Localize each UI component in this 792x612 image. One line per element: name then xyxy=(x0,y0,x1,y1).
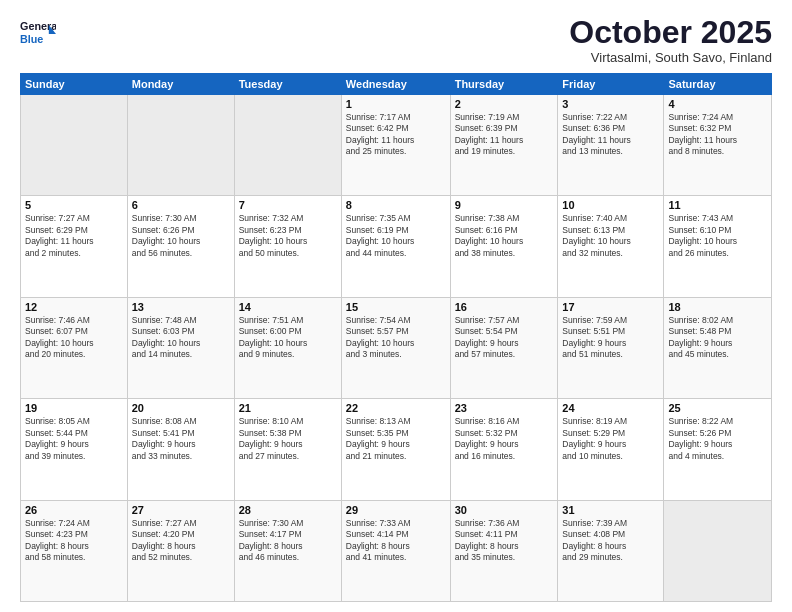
table-row: 12Sunrise: 7:46 AM Sunset: 6:07 PM Dayli… xyxy=(21,297,128,398)
cell-day-number: 22 xyxy=(346,402,446,414)
cell-info: Sunrise: 7:46 AM Sunset: 6:07 PM Dayligh… xyxy=(25,315,123,361)
cell-day-number: 19 xyxy=(25,402,123,414)
cell-info: Sunrise: 7:38 AM Sunset: 6:16 PM Dayligh… xyxy=(455,213,554,259)
cell-info: Sunrise: 7:57 AM Sunset: 5:54 PM Dayligh… xyxy=(455,315,554,361)
cell-day-number: 26 xyxy=(25,504,123,516)
table-row: 16Sunrise: 7:57 AM Sunset: 5:54 PM Dayli… xyxy=(450,297,558,398)
cell-info: Sunrise: 7:27 AM Sunset: 6:29 PM Dayligh… xyxy=(25,213,123,259)
cell-info: Sunrise: 7:35 AM Sunset: 6:19 PM Dayligh… xyxy=(346,213,446,259)
cell-info: Sunrise: 7:51 AM Sunset: 6:00 PM Dayligh… xyxy=(239,315,337,361)
cell-info: Sunrise: 8:08 AM Sunset: 5:41 PM Dayligh… xyxy=(132,416,230,462)
cell-info: Sunrise: 7:43 AM Sunset: 6:10 PM Dayligh… xyxy=(668,213,767,259)
table-row xyxy=(21,95,128,196)
table-row xyxy=(127,95,234,196)
cell-day-number: 4 xyxy=(668,98,767,110)
table-row: 14Sunrise: 7:51 AM Sunset: 6:00 PM Dayli… xyxy=(234,297,341,398)
cell-day-number: 27 xyxy=(132,504,230,516)
cell-day-number: 29 xyxy=(346,504,446,516)
calendar-week-4: 19Sunrise: 8:05 AM Sunset: 5:44 PM Dayli… xyxy=(21,399,772,500)
table-row: 1Sunrise: 7:17 AM Sunset: 6:42 PM Daylig… xyxy=(341,95,450,196)
logo-icon: GeneralBlue xyxy=(20,16,56,52)
col-saturday: Saturday xyxy=(664,74,772,95)
cell-day-number: 12 xyxy=(25,301,123,313)
table-row: 24Sunrise: 8:19 AM Sunset: 5:29 PM Dayli… xyxy=(558,399,664,500)
calendar-week-2: 5Sunrise: 7:27 AM Sunset: 6:29 PM Daylig… xyxy=(21,196,772,297)
cell-info: Sunrise: 8:05 AM Sunset: 5:44 PM Dayligh… xyxy=(25,416,123,462)
table-row: 29Sunrise: 7:33 AM Sunset: 4:14 PM Dayli… xyxy=(341,500,450,601)
cell-day-number: 9 xyxy=(455,199,554,211)
table-row: 20Sunrise: 8:08 AM Sunset: 5:41 PM Dayli… xyxy=(127,399,234,500)
table-row: 5Sunrise: 7:27 AM Sunset: 6:29 PM Daylig… xyxy=(21,196,128,297)
cell-info: Sunrise: 8:16 AM Sunset: 5:32 PM Dayligh… xyxy=(455,416,554,462)
cell-info: Sunrise: 8:19 AM Sunset: 5:29 PM Dayligh… xyxy=(562,416,659,462)
table-row: 4Sunrise: 7:24 AM Sunset: 6:32 PM Daylig… xyxy=(664,95,772,196)
cell-day-number: 28 xyxy=(239,504,337,516)
table-row: 6Sunrise: 7:30 AM Sunset: 6:26 PM Daylig… xyxy=(127,196,234,297)
cell-info: Sunrise: 8:22 AM Sunset: 5:26 PM Dayligh… xyxy=(668,416,767,462)
page: GeneralBlue October 2025 Virtasalmi, Sou… xyxy=(0,0,792,612)
cell-info: Sunrise: 7:24 AM Sunset: 4:23 PM Dayligh… xyxy=(25,518,123,564)
cell-day-number: 24 xyxy=(562,402,659,414)
cell-info: Sunrise: 7:40 AM Sunset: 6:13 PM Dayligh… xyxy=(562,213,659,259)
month-title: October 2025 xyxy=(569,16,772,48)
cell-day-number: 8 xyxy=(346,199,446,211)
table-row: 2Sunrise: 7:19 AM Sunset: 6:39 PM Daylig… xyxy=(450,95,558,196)
table-row: 3Sunrise: 7:22 AM Sunset: 6:36 PM Daylig… xyxy=(558,95,664,196)
logo: GeneralBlue xyxy=(20,16,56,52)
cell-day-number: 2 xyxy=(455,98,554,110)
cell-info: Sunrise: 7:27 AM Sunset: 4:20 PM Dayligh… xyxy=(132,518,230,564)
table-row: 10Sunrise: 7:40 AM Sunset: 6:13 PM Dayli… xyxy=(558,196,664,297)
table-row: 21Sunrise: 8:10 AM Sunset: 5:38 PM Dayli… xyxy=(234,399,341,500)
header: GeneralBlue October 2025 Virtasalmi, Sou… xyxy=(20,16,772,65)
cell-info: Sunrise: 7:32 AM Sunset: 6:23 PM Dayligh… xyxy=(239,213,337,259)
table-row: 25Sunrise: 8:22 AM Sunset: 5:26 PM Dayli… xyxy=(664,399,772,500)
cell-day-number: 23 xyxy=(455,402,554,414)
cell-day-number: 7 xyxy=(239,199,337,211)
col-thursday: Thursday xyxy=(450,74,558,95)
cell-info: Sunrise: 7:33 AM Sunset: 4:14 PM Dayligh… xyxy=(346,518,446,564)
cell-day-number: 20 xyxy=(132,402,230,414)
cell-info: Sunrise: 8:10 AM Sunset: 5:38 PM Dayligh… xyxy=(239,416,337,462)
col-monday: Monday xyxy=(127,74,234,95)
cell-info: Sunrise: 7:48 AM Sunset: 6:03 PM Dayligh… xyxy=(132,315,230,361)
table-row: 23Sunrise: 8:16 AM Sunset: 5:32 PM Dayli… xyxy=(450,399,558,500)
calendar-week-1: 1Sunrise: 7:17 AM Sunset: 6:42 PM Daylig… xyxy=(21,95,772,196)
cell-day-number: 1 xyxy=(346,98,446,110)
cell-day-number: 17 xyxy=(562,301,659,313)
cell-day-number: 10 xyxy=(562,199,659,211)
cell-info: Sunrise: 7:24 AM Sunset: 6:32 PM Dayligh… xyxy=(668,112,767,158)
cell-day-number: 25 xyxy=(668,402,767,414)
cell-info: Sunrise: 7:36 AM Sunset: 4:11 PM Dayligh… xyxy=(455,518,554,564)
cell-day-number: 14 xyxy=(239,301,337,313)
table-row: 8Sunrise: 7:35 AM Sunset: 6:19 PM Daylig… xyxy=(341,196,450,297)
cell-day-number: 15 xyxy=(346,301,446,313)
calendar-week-5: 26Sunrise: 7:24 AM Sunset: 4:23 PM Dayli… xyxy=(21,500,772,601)
table-row: 15Sunrise: 7:54 AM Sunset: 5:57 PM Dayli… xyxy=(341,297,450,398)
cell-info: Sunrise: 7:30 AM Sunset: 4:17 PM Dayligh… xyxy=(239,518,337,564)
table-row: 30Sunrise: 7:36 AM Sunset: 4:11 PM Dayli… xyxy=(450,500,558,601)
cell-day-number: 18 xyxy=(668,301,767,313)
cell-day-number: 11 xyxy=(668,199,767,211)
cell-info: Sunrise: 7:30 AM Sunset: 6:26 PM Dayligh… xyxy=(132,213,230,259)
table-row: 13Sunrise: 7:48 AM Sunset: 6:03 PM Dayli… xyxy=(127,297,234,398)
cell-info: Sunrise: 7:54 AM Sunset: 5:57 PM Dayligh… xyxy=(346,315,446,361)
cell-info: Sunrise: 7:39 AM Sunset: 4:08 PM Dayligh… xyxy=(562,518,659,564)
col-friday: Friday xyxy=(558,74,664,95)
table-row: 17Sunrise: 7:59 AM Sunset: 5:51 PM Dayli… xyxy=(558,297,664,398)
cell-day-number: 16 xyxy=(455,301,554,313)
cell-day-number: 21 xyxy=(239,402,337,414)
table-row: 11Sunrise: 7:43 AM Sunset: 6:10 PM Dayli… xyxy=(664,196,772,297)
subtitle: Virtasalmi, South Savo, Finland xyxy=(569,50,772,65)
table-row xyxy=(234,95,341,196)
col-wednesday: Wednesday xyxy=(341,74,450,95)
cell-day-number: 30 xyxy=(455,504,554,516)
calendar-table: Sunday Monday Tuesday Wednesday Thursday… xyxy=(20,73,772,602)
table-row: 18Sunrise: 8:02 AM Sunset: 5:48 PM Dayli… xyxy=(664,297,772,398)
table-row: 9Sunrise: 7:38 AM Sunset: 6:16 PM Daylig… xyxy=(450,196,558,297)
cell-day-number: 5 xyxy=(25,199,123,211)
table-row: 22Sunrise: 8:13 AM Sunset: 5:35 PM Dayli… xyxy=(341,399,450,500)
cell-info: Sunrise: 8:02 AM Sunset: 5:48 PM Dayligh… xyxy=(668,315,767,361)
cell-day-number: 13 xyxy=(132,301,230,313)
cell-info: Sunrise: 7:22 AM Sunset: 6:36 PM Dayligh… xyxy=(562,112,659,158)
header-row: Sunday Monday Tuesday Wednesday Thursday… xyxy=(21,74,772,95)
